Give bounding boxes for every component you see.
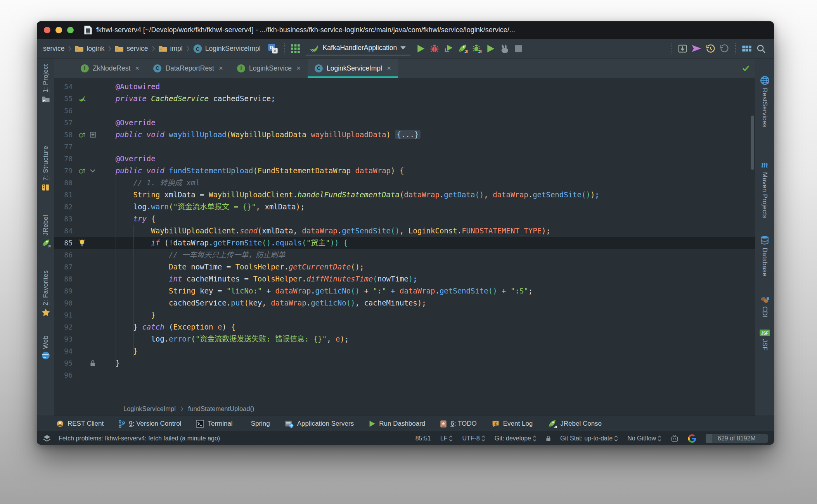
editor-tab-loginkserviceimpl[interactable]: CLoginkServiceImpl× — [308, 59, 398, 78]
toolwindow-button-run-dashboard[interactable]: Run Dashboard — [369, 420, 425, 428]
code-line-58[interactable]: 58 public void waybillUpload(WaybillUplo… — [54, 129, 755, 141]
jrebel-debug-button[interactable]: JR — [469, 41, 483, 55]
zoom-window-button[interactable] — [67, 27, 74, 33]
code-line-96[interactable]: 96 — [54, 369, 755, 381]
code-line-81[interactable]: 81 String xmlData = WaybillUploadClient.… — [54, 189, 755, 201]
title-bar[interactable]: JAVA fkhwl-serverv4 [~/Develop/work/fkh/… — [37, 21, 774, 39]
code-line-87[interactable]: 87 Date nowTime = ToolsHelper.getCurrent… — [54, 261, 755, 273]
code-line-89[interactable]: 89 String key = "licNo:" + dataWrap.getL… — [54, 285, 755, 297]
status-message[interactable]: Fetch problems: fkhwl-serverv4: fetch fa… — [59, 435, 220, 442]
breadcrumb-item-logink[interactable]: logink — [75, 45, 104, 53]
profiler-button[interactable] — [497, 41, 511, 55]
code-line-86[interactable]: 86 // 一车每天只上传一单，防止刷单 — [54, 249, 755, 261]
code-line-83[interactable]: 83 try { — [54, 213, 755, 225]
toolwindow-button-spring[interactable]: Spring — [248, 420, 270, 428]
toolwindow-button-rest-client[interactable]: REST Client — [56, 420, 104, 428]
toolwindow-button-9-version-control[interactable]: 9: Version Control — [118, 420, 181, 428]
code-line-80[interactable]: 80 // 1. 转换成 xml — [54, 177, 755, 189]
code-line-78[interactable]: 78 @Override — [54, 153, 755, 165]
editor-tab-datareportrest[interactable]: CDataReportRest× — [146, 59, 230, 78]
rollback-button[interactable] — [717, 41, 731, 55]
minimize-window-button[interactable] — [55, 27, 62, 33]
google-icon[interactable] — [688, 434, 696, 443]
code-line-88[interactable]: 88 int cacheMinutes = ToolsHelper.diffMi… — [54, 273, 755, 285]
bulb-gutter-icon[interactable] — [76, 238, 88, 248]
code-line-77[interactable]: 77 — [54, 141, 755, 153]
code-line-82[interactable]: 82 log.warn("资金流水单报文 = {}", xmlData); — [54, 201, 755, 213]
toolwindow-button-6-todo[interactable]: 6: TODO — [440, 420, 476, 428]
memory-indicator[interactable]: 629 of 8192M — [706, 434, 768, 443]
local-history-button[interactable] — [703, 41, 717, 55]
code-line-92[interactable]: 92 } catch (Exception e) { — [54, 321, 755, 333]
inspections-ok-icon[interactable] — [742, 64, 750, 72]
code-line-95[interactable]: 95 } — [54, 357, 755, 369]
git-stat-select[interactable]: Git Stat: up-to-date — [560, 435, 618, 442]
tab-close-icon[interactable]: × — [387, 64, 391, 72]
tool-button-2-favorites[interactable]: 2: Favorites — [42, 270, 50, 317]
code-editor[interactable]: 54 @Autowired55 private CachedService ca… — [54, 78, 755, 402]
chevron-fold-icon[interactable] — [88, 169, 98, 173]
debug-button[interactable] — [428, 41, 441, 55]
code-line-57[interactable]: 57 @Override — [54, 117, 755, 129]
tab-close-icon[interactable]: × — [135, 64, 139, 72]
lock-icon[interactable] — [546, 435, 551, 442]
tab-close-icon[interactable]: × — [296, 64, 301, 72]
caret-position[interactable]: 85:51 — [415, 435, 431, 442]
tool-button-cdi[interactable]: CDI — [760, 296, 770, 318]
toolwindow-button-jrebel-conso[interactable]: JRJRebel Conso — [547, 419, 602, 428]
tool-button-7-structure[interactable]: 7: Structure — [42, 146, 50, 192]
close-window-button[interactable] — [44, 27, 50, 33]
lock-icon[interactable] — [88, 360, 98, 367]
code-line-84[interactable]: 84 WaybillUploadClient.send(xmlData, dat… — [54, 225, 755, 237]
breadcrumb-class[interactable]: LoginkServiceImpl — [123, 405, 176, 413]
run-configuration-select[interactable]: KafkaHandlerApplication — [306, 42, 411, 55]
plugins-grid-button[interactable] — [740, 41, 754, 55]
service-grid-button[interactable] — [289, 41, 303, 55]
gitflow-select[interactable]: No Gitflow — [627, 435, 661, 442]
jrebel-run-button[interactable]: JR — [455, 41, 469, 55]
run-button[interactable] — [414, 41, 428, 55]
code-line-93[interactable]: 93 log.error("资金流数据发送失败: 错误信息: {}", e); — [54, 333, 755, 345]
code-line-55[interactable]: 55 private CachedService cachedService; — [54, 93, 755, 105]
robot-icon[interactable] — [671, 435, 679, 442]
editor-tab-loginkservice[interactable]: ILoginkService× — [230, 59, 308, 78]
breadcrumb-item-impl[interactable]: impl — [159, 45, 183, 53]
breadcrumb-item-service[interactable]: service — [115, 45, 148, 53]
toolwindow-button-event-log[interactable]: 2Event Log — [492, 420, 533, 428]
editor-scrollbar[interactable] — [751, 116, 754, 170]
code-line-91[interactable]: 91 } — [54, 309, 755, 321]
breadcrumb-item-service[interactable]: service — [43, 45, 64, 53]
breadcrumb-method[interactable]: fundStatementUpload() — [188, 405, 254, 413]
git-branch-select[interactable]: Git: develope — [495, 435, 537, 442]
code-line-94[interactable]: 94 } — [54, 345, 755, 357]
encoding-select[interactable]: UTF-8 — [462, 435, 485, 442]
tool-button-database[interactable]: Database — [760, 235, 769, 276]
code-line-54[interactable]: 54 @Autowired — [54, 81, 755, 93]
stop-button[interactable] — [511, 41, 525, 55]
tool-button-jrebel[interactable]: JRebelJR — [41, 215, 50, 248]
bean-gutter-icon[interactable] — [76, 95, 88, 102]
toolwindow-button-terminal[interactable]: Terminal — [196, 420, 232, 428]
override-gutter-icon[interactable] — [76, 167, 88, 174]
run-anything-button[interactable] — [483, 41, 497, 55]
tab-close-icon[interactable]: × — [219, 64, 223, 72]
breadcrumb-item-loginkserviceimpl[interactable]: CLoginkServiceImpl — [193, 44, 261, 53]
toolwindow-button-application-servers[interactable]: Application Servers — [285, 420, 354, 428]
search-everywhere-button[interactable] — [754, 41, 768, 55]
tool-button-web[interactable]: Web — [42, 335, 50, 360]
update-project-button[interactable] — [675, 41, 689, 55]
tool-button-maven-projects[interactable]: mMaven Projects — [760, 160, 770, 218]
code-line-56[interactable]: 56 — [54, 105, 755, 117]
override-gutter-icon[interactable] — [76, 131, 88, 138]
translate-button[interactable]: G文 — [266, 41, 280, 55]
code-line-90[interactable]: 90 cachedService.put(key, dataWrap.getLi… — [54, 297, 755, 309]
line-separator-select[interactable]: LF — [440, 435, 453, 442]
editor-tab-zknoderest[interactable]: IZkNodeRest× — [74, 59, 146, 78]
code-line-85[interactable]: 85 if (!dataWrap.getFromSite().equals("货… — [54, 237, 755, 249]
layers-icon[interactable] — [43, 435, 51, 442]
code-line-79[interactable]: 79 public void fundStatementUpload(FundS… — [54, 165, 755, 177]
plus-icon[interactable] — [88, 132, 98, 138]
tool-button-restservices[interactable]: RestServices — [760, 76, 770, 128]
run-with-coverage-button[interactable] — [441, 41, 455, 55]
tool-button-jsf[interactable]: JSFJSF — [760, 330, 770, 351]
